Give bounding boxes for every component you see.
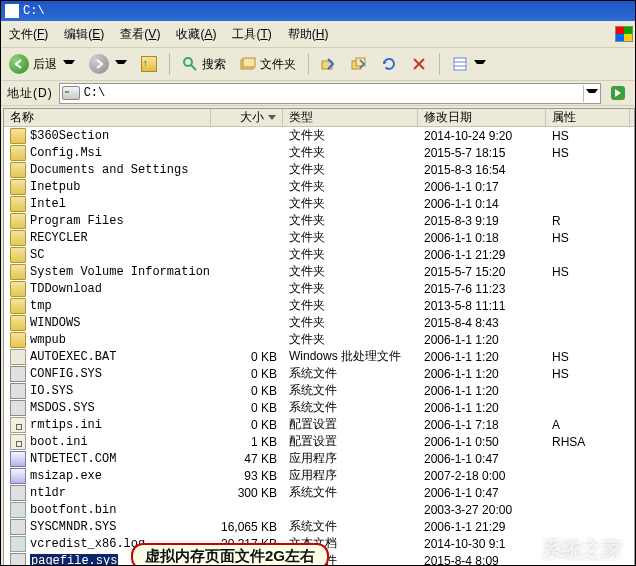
separator (169, 53, 170, 75)
table-row[interactable]: WINDOWS文件夹2015-8-4 8:43 (4, 314, 634, 331)
cell-name: wmpub (4, 332, 211, 348)
folders-button[interactable]: 文件夹 (234, 53, 302, 75)
cell-attr: HS (546, 367, 630, 381)
copy-to-button[interactable] (345, 53, 373, 75)
exe-icon (10, 451, 26, 467)
table-row[interactable]: SC文件夹2006-1-1 21:29 (4, 246, 634, 263)
go-button[interactable] (604, 82, 632, 104)
table-row[interactable]: bootfont.bin2003-3-27 20:00 (4, 501, 634, 518)
table-row[interactable]: System Volume Information文件夹2015-5-7 15:… (4, 263, 634, 280)
back-button[interactable]: 后退 (3, 53, 81, 75)
toolbar: 后退 搜索 文件夹 (1, 48, 635, 81)
cell-size: 16,065 KB (211, 520, 283, 534)
menu-help[interactable]: 帮助(H) (282, 24, 335, 45)
address-combo[interactable] (59, 83, 601, 104)
address-dropdown[interactable] (583, 85, 598, 102)
table-row[interactable]: Intel文件夹2006-1-1 0:14 (4, 195, 634, 212)
cell-name: System Volume Information (4, 264, 211, 280)
sort-arrow-icon (268, 115, 276, 120)
cell-date: 2015-8-4 8:43 (418, 316, 546, 330)
cell-date: 2006-1-1 0:17 (418, 180, 546, 194)
cell-type: 文件夹 (283, 212, 418, 229)
table-row[interactable]: SYSCMNDR.SYS16,065 KB系统文件2006-1-1 21:29 (4, 518, 634, 535)
delete-button[interactable] (405, 53, 433, 75)
cell-attr: HS (546, 350, 630, 364)
table-row[interactable]: Program Files文件夹2015-8-3 9:19R (4, 212, 634, 229)
sys-icon (10, 553, 26, 567)
menu-view[interactable]: 查看(V) (114, 24, 166, 45)
table-row[interactable]: IO.SYS0 KB系统文件2006-1-1 1:20 (4, 382, 634, 399)
cell-date: 2006-1-1 0:50 (418, 435, 546, 449)
table-row[interactable]: AUTOEXEC.BAT0 KBWindows 批处理文件2006-1-1 1:… (4, 348, 634, 365)
table-row[interactable]: msizap.exe93 KB应用程序2007-2-18 0:00 (4, 467, 634, 484)
cell-date: 2006-1-1 21:29 (418, 248, 546, 262)
table-row[interactable]: boot.ini1 KB配置设置2006-1-1 0:50RHSA (4, 433, 634, 450)
table-row[interactable]: MSDOS.SYS0 KB系统文件2006-1-1 1:20 (4, 399, 634, 416)
cell-type: 系统文件 (283, 365, 418, 382)
file-name: SYSCMNDR.SYS (30, 520, 116, 534)
table-row[interactable]: TDDownload文件夹2015-7-6 11:23 (4, 280, 634, 297)
cell-type: 配置设置 (283, 416, 418, 433)
cell-name: rmtips.ini (4, 417, 211, 433)
back-arrow-icon (9, 54, 29, 74)
address-input[interactable] (84, 86, 583, 100)
table-row[interactable]: Inetpub文件夹2006-1-1 0:17 (4, 178, 634, 195)
cell-type: 文件夹 (283, 263, 418, 280)
cell-name: msizap.exe (4, 468, 211, 484)
menu-file[interactable]: 文件(F) (3, 24, 54, 45)
table-row[interactable]: Documents and Settings文件夹2015-8-3 16:54 (4, 161, 634, 178)
cell-name: bootfont.bin (4, 502, 211, 518)
file-name: RECYCLER (30, 231, 88, 245)
table-row[interactable]: $360Section文件夹2014-10-24 9:20HS (4, 127, 634, 144)
table-row[interactable]: rmtips.ini0 KB配置设置2006-1-1 7:18A (4, 416, 634, 433)
views-button[interactable] (446, 53, 492, 75)
cell-type: 文件夹 (283, 280, 418, 297)
up-button[interactable] (135, 53, 163, 75)
bat-icon (10, 349, 26, 365)
cell-date: 2015-8-3 9:19 (418, 214, 546, 228)
cell-attr: HS (546, 265, 630, 279)
sys-icon (10, 485, 26, 501)
table-row[interactable]: CONFIG.SYS0 KB系统文件2006-1-1 1:20HS (4, 365, 634, 382)
table-row[interactable]: tmp文件夹2013-5-8 11:11 (4, 297, 634, 314)
caret-icon (115, 60, 127, 68)
file-name: TDDownload (30, 282, 102, 296)
cell-name: $360Section (4, 128, 211, 144)
cell-date: 2015-8-4 8:09 (418, 554, 546, 567)
ini-icon (10, 417, 26, 433)
header-attr[interactable]: 属性 (546, 109, 630, 126)
cell-date: 2006-1-1 1:20 (418, 367, 546, 381)
cell-size: 1 KB (211, 435, 283, 449)
menu-tools[interactable]: 工具(T) (226, 24, 277, 45)
dat-icon (10, 502, 26, 518)
forward-button[interactable] (83, 53, 133, 75)
cell-name: SC (4, 247, 211, 263)
cell-date: 2006-1-1 0:47 (418, 452, 546, 466)
header-name[interactable]: 名称 (4, 109, 211, 126)
refresh-button[interactable] (375, 53, 403, 75)
header-type[interactable]: 类型 (283, 109, 418, 126)
table-row[interactable]: ntldr300 KB系统文件2006-1-1 0:47 (4, 484, 634, 501)
caret-icon (586, 89, 598, 97)
cell-size: 300 KB (211, 486, 283, 500)
header-size[interactable]: 大小 (211, 109, 283, 126)
table-row[interactable]: wmpub文件夹2006-1-1 1:20 (4, 331, 634, 348)
menu-favorites[interactable]: 收藏(A) (170, 24, 222, 45)
file-name: bootfont.bin (30, 503, 116, 517)
folder-icon (10, 196, 26, 212)
cell-date: 2006-1-1 7:18 (418, 418, 546, 432)
header-date[interactable]: 修改日期 (418, 109, 546, 126)
folder-icon (10, 247, 26, 263)
search-button[interactable]: 搜索 (176, 53, 232, 75)
table-row[interactable]: RECYCLER文件夹2006-1-1 0:18HS (4, 229, 634, 246)
folder-icon (10, 145, 26, 161)
table-row[interactable]: Config.Msi文件夹2015-5-7 18:15HS (4, 144, 634, 161)
address-bar: 地址(D) (1, 81, 635, 106)
copy-to-icon (351, 56, 367, 72)
cell-name: Inetpub (4, 179, 211, 195)
table-row[interactable]: NTDETECT.COM47 KB应用程序2006-1-1 0:47 (4, 450, 634, 467)
move-to-button[interactable] (315, 53, 343, 75)
menu-edit[interactable]: 编辑(E) (58, 24, 110, 45)
cell-type: 文件夹 (283, 144, 418, 161)
folder-icon (10, 298, 26, 314)
